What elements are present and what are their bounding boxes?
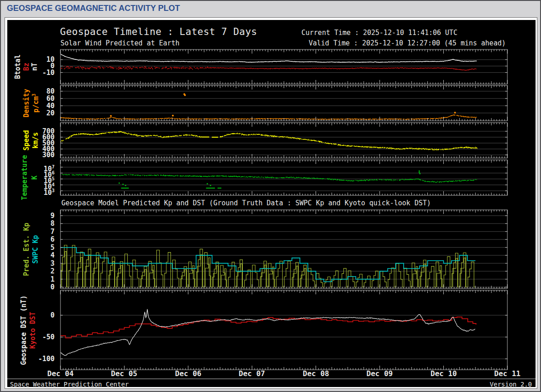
geospace-activity-page: { "page_title": "GEOSPACE GEOMAGNETIC AC… [0, 0, 541, 392]
geospace-timeline-chart [1, 1, 541, 392]
